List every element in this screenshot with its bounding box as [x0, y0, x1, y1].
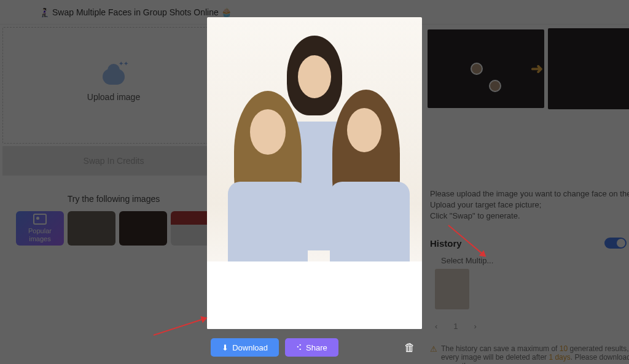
result-photo [207, 17, 422, 329]
result-modal-overlay: ⬇ Download ⠪ Share 🗑 [0, 0, 629, 364]
delete-button[interactable]: 🗑 [401, 339, 418, 356]
share-button[interactable]: ⠪ Share [285, 338, 338, 357]
download-icon: ⬇ [222, 343, 229, 352]
trash-icon: 🗑 [404, 341, 415, 354]
download-button[interactable]: ⬇ Download [211, 338, 279, 357]
share-icon: ⠪ [296, 343, 302, 352]
